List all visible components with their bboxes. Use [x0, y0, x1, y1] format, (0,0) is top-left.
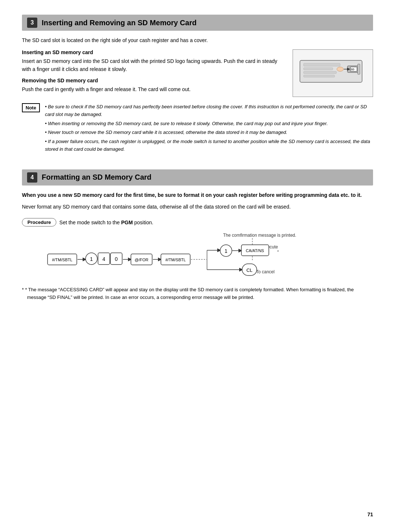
section3-text-col: Inserting an SD memory card Insert an SD…	[22, 49, 285, 97]
section4-body: Never format any SD memory card that con…	[22, 203, 373, 211]
section4-number: 4	[27, 172, 37, 183]
procedure-badge: Procedure	[22, 218, 56, 226]
svg-rect-7	[304, 63, 340, 66]
inserting-heading: Inserting an SD memory card	[22, 49, 285, 55]
svg-rect-6	[358, 64, 360, 74]
svg-rect-10	[304, 75, 335, 77]
asterisk-note: * * The message “ACCESSING CARD” will ap…	[22, 286, 373, 301]
note-box: Note Be sure to check if the SD memory c…	[22, 103, 373, 155]
svg-text:0: 0	[115, 256, 118, 262]
svg-text:The comfirmation message is pr: The comfirmation message is printed.	[223, 233, 296, 238]
svg-point-5	[337, 67, 343, 71]
svg-rect-8	[304, 68, 333, 70]
section3-header: 3 Inserting and Removing an SD Memory Ca…	[22, 15, 373, 31]
sd-diagram: SD	[293, 49, 373, 97]
asterisk-symbol: *	[22, 287, 25, 292]
page-number: 71	[367, 512, 373, 517]
sd-card-image-col: SD	[293, 49, 373, 97]
section3-content: Inserting an SD memory card Insert an SD…	[22, 49, 373, 97]
section3-number: 3	[27, 18, 37, 28]
procedure-line: Procedure Set the mode switch to the PGM…	[22, 218, 373, 226]
note-item-1: Be sure to check if the SD memory card h…	[45, 103, 373, 119]
note-item-3: Never touch or remove the SD memory card…	[45, 129, 373, 136]
svg-text:To cancel: To cancel	[256, 269, 275, 274]
note-label: Note	[22, 103, 40, 112]
removing-body: Push the card in gently with a finger an…	[22, 86, 285, 94]
section4-bold-intro: When you use a new SD memory card for th…	[22, 191, 373, 199]
section3-title: Inserting and Removing an SD Memory Card	[42, 19, 196, 27]
svg-text:1: 1	[225, 248, 227, 254]
section3-intro: The SD card slot is located on the right…	[22, 37, 373, 44]
svg-text:*: *	[277, 250, 279, 254]
asterisk-note-text: * The message “ACCESSING CARD” will appe…	[25, 287, 354, 300]
svg-text:SD: SD	[351, 68, 354, 71]
svg-text:#/TM/SBTL: #/TM/SBTL	[52, 258, 72, 262]
section4-header: 4 Formatting an SD Memory Card	[22, 169, 373, 186]
section4-title: Formatting an SD Memory Card	[42, 173, 151, 181]
svg-text:#/TM/SBTL: #/TM/SBTL	[165, 258, 186, 262]
procedure-text2: position.	[134, 220, 153, 225]
svg-text:@/FOR: @/FOR	[135, 258, 148, 262]
section3-block: 3 Inserting and Removing an SD Memory Ca…	[22, 15, 373, 155]
note-content: Be sure to check if the SD memory card h…	[45, 103, 373, 155]
pgm-word: PGM	[121, 220, 133, 225]
note-item-4: If a power failure occurs, the cash regi…	[45, 138, 373, 153]
svg-text:CA/AT/NS: CA/AT/NS	[246, 248, 264, 253]
footer-note: * * The message “ACCESSING CARD” will ap…	[22, 286, 373, 301]
svg-text:4: 4	[102, 256, 105, 262]
procedure-text: Set the mode switch to the	[59, 220, 120, 225]
svg-text:1: 1	[90, 256, 93, 262]
svg-rect-9	[304, 71, 336, 74]
section4-block: 4 Formatting an SD Memory Card When you …	[22, 169, 373, 301]
svg-text:CL: CL	[247, 267, 253, 273]
inserting-body: Insert an SD memory card into the SD car…	[22, 57, 285, 73]
note-item-2: When inserting or removing the SD memory…	[45, 120, 373, 128]
key-diagram: The comfirmation message is printed. To …	[44, 230, 373, 279]
removing-heading: Removing the SD memory card	[22, 78, 285, 83]
